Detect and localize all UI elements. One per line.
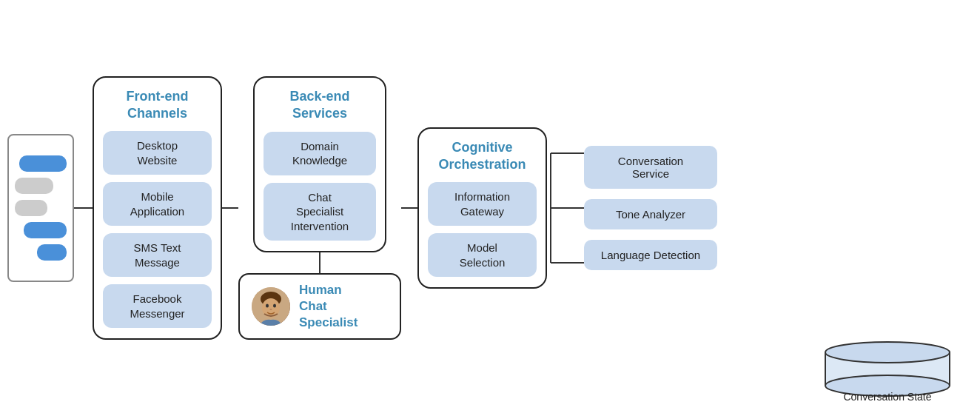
chat-bubble-5 [37,244,67,261]
cognitive-box: CognitiveOrchestration InformationGatewa… [417,127,547,289]
chat-bubble-4 [24,222,67,238]
bracket-connector [547,127,584,289]
connector-line-1 [74,207,93,209]
backend-wrapper: Back-endServices DomainKnowledge ChatSpe… [238,76,401,340]
chat-bubble-2 [15,178,53,194]
connector-line-3 [401,207,417,209]
services-column: Conversation Service Tone Analyzer Langu… [584,146,717,270]
backend-item-chat: ChatSpecialistIntervention [264,183,376,241]
service-language: Language Detection [584,240,717,270]
service-tone: Tone Analyzer [584,199,717,229]
chat-bubble-3 [15,200,47,216]
chat-icon-box [7,134,74,282]
cognitive-item-model: ModelSelection [428,233,537,277]
frontend-channels-box: Front-end Channels DesktopWebsite Mobile… [93,76,222,340]
connector-line-2 [222,207,238,209]
backend-services-box: Back-endServices DomainKnowledge ChatSpe… [253,76,386,252]
svg-point-5 [270,309,272,310]
conversation-state-wrapper: Conversation State [825,338,950,403]
diagram: Front-end Channels DesktopWebsite Mobile… [0,0,980,416]
service-conversation: Conversation Service [584,146,717,189]
cognitive-item-gateway: InformationGateway [428,182,537,226]
backend-item-domain: DomainKnowledge [264,132,376,175]
svg-point-4 [273,304,276,308]
svg-point-14 [825,342,950,363]
v-connector-human [319,252,320,273]
human-specialist-label: HumanChat Specialist [299,282,388,331]
frontend-item-desktop: DesktopWebsite [103,131,212,175]
frontend-title: Front-end Channels [127,88,189,123]
cognitive-title: CognitiveOrchestration [438,139,526,174]
chat-bubble-1 [19,155,67,172]
frontend-item-facebook: FacebookMessenger [103,284,212,328]
svg-point-3 [266,304,269,308]
backend-title: Back-endServices [289,88,349,123]
frontend-item-sms: SMS TextMessage [103,233,212,277]
avatar [252,287,290,326]
cylinder-svg [825,338,950,397]
frontend-item-mobile: MobileApplication [103,182,212,226]
human-specialist-box: HumanChat Specialist [238,273,401,340]
conversation-state-label: Conversation State [843,391,931,403]
